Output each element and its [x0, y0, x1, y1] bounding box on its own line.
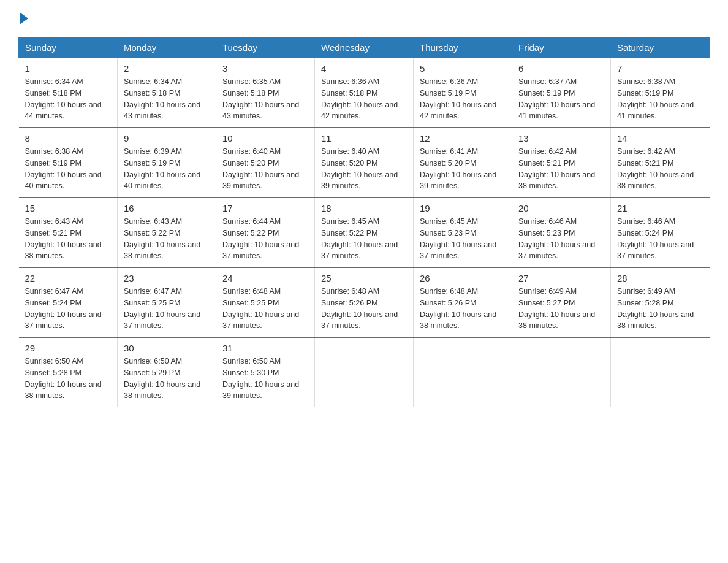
- day-info: Sunrise: 6:48 AMSunset: 5:26 PMDaylight:…: [420, 286, 506, 332]
- day-number: 29: [25, 343, 112, 353]
- calendar-header-wednesday: Wednesday: [315, 37, 414, 58]
- day-number: 26: [420, 273, 506, 283]
- calendar-week-row: 15Sunrise: 6:43 AMSunset: 5:21 PMDayligh…: [19, 197, 710, 267]
- day-number: 15: [25, 203, 112, 213]
- calendar-header-saturday: Saturday: [611, 37, 710, 58]
- day-number: 18: [321, 203, 407, 213]
- calendar-week-row: 22Sunrise: 6:47 AMSunset: 5:24 PMDayligh…: [19, 267, 710, 337]
- calendar-header-thursday: Thursday: [414, 37, 512, 58]
- calendar-cell: 10Sunrise: 6:40 AMSunset: 5:20 PMDayligh…: [216, 128, 315, 197]
- day-info: Sunrise: 6:37 AMSunset: 5:19 PMDaylight:…: [518, 76, 604, 122]
- day-info: Sunrise: 6:50 AMSunset: 5:30 PMDaylight:…: [222, 356, 308, 402]
- day-info: Sunrise: 6:43 AMSunset: 5:21 PMDaylight:…: [25, 216, 112, 262]
- calendar-week-row: 29Sunrise: 6:50 AMSunset: 5:28 PMDayligh…: [19, 337, 710, 407]
- day-number: 9: [124, 133, 210, 144]
- calendar-cell: 20Sunrise: 6:46 AMSunset: 5:23 PMDayligh…: [512, 197, 611, 267]
- day-info: Sunrise: 6:40 AMSunset: 5:20 PMDaylight:…: [321, 146, 407, 192]
- calendar-cell: [315, 337, 414, 407]
- calendar-cell: 17Sunrise: 6:44 AMSunset: 5:22 PMDayligh…: [216, 197, 315, 267]
- day-number: 31: [222, 343, 308, 353]
- day-info: Sunrise: 6:49 AMSunset: 5:27 PMDaylight:…: [518, 286, 604, 332]
- calendar-cell: 26Sunrise: 6:48 AMSunset: 5:26 PMDayligh…: [414, 267, 512, 337]
- day-number: 7: [617, 63, 703, 74]
- calendar-cell: 12Sunrise: 6:41 AMSunset: 5:20 PMDayligh…: [414, 128, 512, 197]
- day-number: 17: [222, 203, 308, 213]
- calendar-cell: 23Sunrise: 6:47 AMSunset: 5:25 PMDayligh…: [118, 267, 216, 337]
- day-number: 1: [25, 63, 112, 74]
- day-info: Sunrise: 6:46 AMSunset: 5:24 PMDaylight:…: [617, 216, 703, 262]
- calendar-cell: 4Sunrise: 6:36 AMSunset: 5:18 PMDaylight…: [315, 58, 414, 128]
- calendar-cell: 8Sunrise: 6:38 AMSunset: 5:19 PMDaylight…: [19, 128, 118, 197]
- calendar-cell: 11Sunrise: 6:40 AMSunset: 5:20 PMDayligh…: [315, 128, 414, 197]
- calendar-header-monday: Monday: [118, 37, 216, 58]
- calendar-cell: 1Sunrise: 6:34 AMSunset: 5:18 PMDaylight…: [19, 58, 118, 128]
- day-info: Sunrise: 6:38 AMSunset: 5:19 PMDaylight:…: [617, 76, 703, 122]
- calendar-cell: 21Sunrise: 6:46 AMSunset: 5:24 PMDayligh…: [611, 197, 710, 267]
- day-info: Sunrise: 6:39 AMSunset: 5:19 PMDaylight:…: [124, 146, 210, 192]
- day-number: 24: [222, 273, 308, 283]
- calendar-cell: 6Sunrise: 6:37 AMSunset: 5:19 PMDaylight…: [512, 58, 611, 128]
- day-number: 20: [518, 203, 604, 213]
- day-number: 13: [518, 133, 604, 144]
- calendar-cell: 5Sunrise: 6:36 AMSunset: 5:19 PMDaylight…: [414, 58, 512, 128]
- calendar-cell: 29Sunrise: 6:50 AMSunset: 5:28 PMDayligh…: [19, 337, 118, 407]
- day-number: 25: [321, 273, 407, 283]
- logo: [18, 12, 29, 25]
- calendar-cell: [414, 337, 512, 407]
- day-number: 6: [518, 63, 604, 74]
- day-number: 23: [124, 273, 210, 283]
- calendar-cell: 7Sunrise: 6:38 AMSunset: 5:19 PMDaylight…: [611, 58, 710, 128]
- calendar-cell: 3Sunrise: 6:35 AMSunset: 5:18 PMDaylight…: [216, 58, 315, 128]
- calendar-week-row: 8Sunrise: 6:38 AMSunset: 5:19 PMDaylight…: [19, 128, 710, 197]
- calendar-cell: 16Sunrise: 6:43 AMSunset: 5:22 PMDayligh…: [118, 197, 216, 267]
- day-info: Sunrise: 6:40 AMSunset: 5:20 PMDaylight:…: [222, 146, 308, 192]
- day-info: Sunrise: 6:45 AMSunset: 5:22 PMDaylight:…: [321, 216, 407, 262]
- day-number: 21: [617, 203, 703, 213]
- day-number: 27: [518, 273, 604, 283]
- day-info: Sunrise: 6:46 AMSunset: 5:23 PMDaylight:…: [518, 216, 604, 262]
- day-info: Sunrise: 6:36 AMSunset: 5:18 PMDaylight:…: [321, 76, 407, 122]
- calendar-cell: 24Sunrise: 6:48 AMSunset: 5:25 PMDayligh…: [216, 267, 315, 337]
- day-number: 30: [124, 343, 210, 353]
- day-info: Sunrise: 6:47 AMSunset: 5:24 PMDaylight:…: [25, 286, 112, 332]
- day-number: 12: [420, 133, 506, 144]
- day-info: Sunrise: 6:48 AMSunset: 5:26 PMDaylight:…: [321, 286, 407, 332]
- calendar-cell: 13Sunrise: 6:42 AMSunset: 5:21 PMDayligh…: [512, 128, 611, 197]
- day-info: Sunrise: 6:44 AMSunset: 5:22 PMDaylight:…: [222, 216, 308, 262]
- calendar-cell: 25Sunrise: 6:48 AMSunset: 5:26 PMDayligh…: [315, 267, 414, 337]
- calendar-cell: 15Sunrise: 6:43 AMSunset: 5:21 PMDayligh…: [19, 197, 118, 267]
- day-number: 19: [420, 203, 506, 213]
- calendar-header-tuesday: Tuesday: [216, 37, 315, 58]
- day-number: 4: [321, 63, 407, 74]
- calendar-header-friday: Friday: [512, 37, 611, 58]
- day-info: Sunrise: 6:35 AMSunset: 5:18 PMDaylight:…: [222, 76, 308, 122]
- day-info: Sunrise: 6:50 AMSunset: 5:29 PMDaylight:…: [124, 356, 210, 402]
- calendar-cell: 30Sunrise: 6:50 AMSunset: 5:29 PMDayligh…: [118, 337, 216, 407]
- day-number: 16: [124, 203, 210, 213]
- day-info: Sunrise: 6:42 AMSunset: 5:21 PMDaylight:…: [518, 146, 604, 192]
- day-info: Sunrise: 6:48 AMSunset: 5:25 PMDaylight:…: [222, 286, 308, 332]
- calendar-cell: 9Sunrise: 6:39 AMSunset: 5:19 PMDaylight…: [118, 128, 216, 197]
- day-number: 3: [222, 63, 308, 74]
- day-number: 11: [321, 133, 407, 144]
- calendar-cell: [611, 337, 710, 407]
- day-info: Sunrise: 6:47 AMSunset: 5:25 PMDaylight:…: [124, 286, 210, 332]
- calendar-cell: 18Sunrise: 6:45 AMSunset: 5:22 PMDayligh…: [315, 197, 414, 267]
- calendar-header-sunday: Sunday: [19, 37, 118, 58]
- calendar-cell: 22Sunrise: 6:47 AMSunset: 5:24 PMDayligh…: [19, 267, 118, 337]
- calendar-cell: 31Sunrise: 6:50 AMSunset: 5:30 PMDayligh…: [216, 337, 315, 407]
- page-header: [18, 12, 710, 25]
- calendar-cell: 28Sunrise: 6:49 AMSunset: 5:28 PMDayligh…: [611, 267, 710, 337]
- calendar-cell: 2Sunrise: 6:34 AMSunset: 5:18 PMDaylight…: [118, 58, 216, 128]
- calendar-week-row: 1Sunrise: 6:34 AMSunset: 5:18 PMDaylight…: [19, 58, 710, 128]
- day-info: Sunrise: 6:34 AMSunset: 5:18 PMDaylight:…: [25, 76, 112, 122]
- day-info: Sunrise: 6:43 AMSunset: 5:22 PMDaylight:…: [124, 216, 210, 262]
- day-info: Sunrise: 6:50 AMSunset: 5:28 PMDaylight:…: [25, 356, 112, 402]
- day-number: 28: [617, 273, 703, 283]
- day-number: 10: [222, 133, 308, 144]
- day-info: Sunrise: 6:36 AMSunset: 5:19 PMDaylight:…: [420, 76, 506, 122]
- day-number: 2: [124, 63, 210, 74]
- day-number: 22: [25, 273, 112, 283]
- calendar-header-row: SundayMondayTuesdayWednesdayThursdayFrid…: [19, 37, 710, 58]
- day-info: Sunrise: 6:34 AMSunset: 5:18 PMDaylight:…: [124, 76, 210, 122]
